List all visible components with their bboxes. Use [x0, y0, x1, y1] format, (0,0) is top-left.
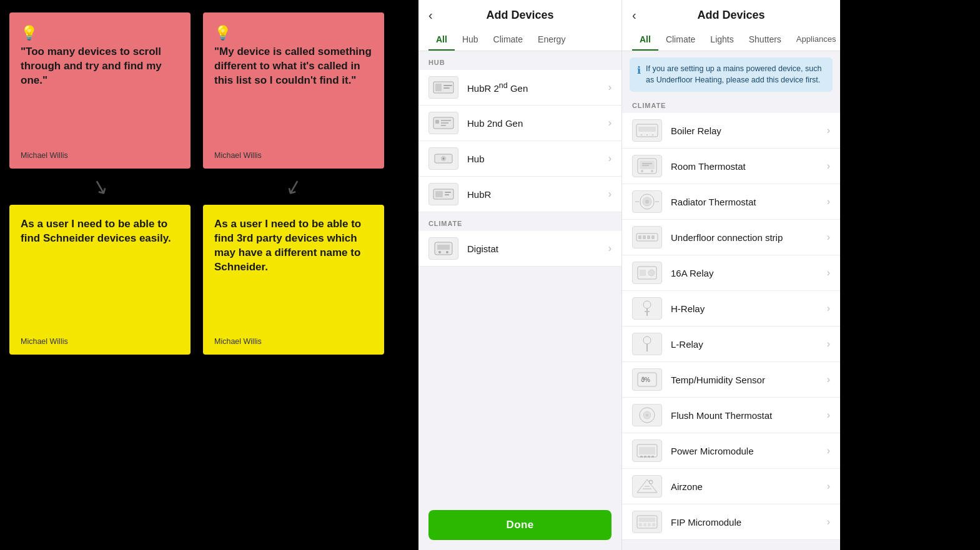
- svg-point-53: [646, 414, 648, 416]
- panel-right-header: ‹ Add Devices All Climate Lights Shutter…: [622, 0, 840, 51]
- device-icon-hub2gen: [428, 112, 458, 134]
- tab-all-mid[interactable]: All: [428, 29, 455, 51]
- tab-all-right[interactable]: All: [632, 29, 658, 51]
- sticky-story-2: As a user I need to be able to find 3rd …: [214, 217, 373, 275]
- device-row-boiler-relay[interactable]: Boiler Relay ›: [622, 113, 840, 149]
- device-name-room-thermostat: Room Thermostat: [671, 161, 818, 172]
- tab-appliances-right[interactable]: Appliances: [789, 29, 844, 51]
- panel-right-back-button[interactable]: ‹: [632, 8, 636, 22]
- svg-rect-3: [443, 87, 450, 89]
- svg-rect-40: [651, 235, 655, 239]
- panel-mid-body: HUB HubR 2nd Gen ›: [418, 51, 621, 500]
- svg-rect-42: [640, 270, 646, 276]
- add-devices-panel-mid: ‹ Add Devices All Hub Climate Energy HUB…: [418, 0, 621, 550]
- sticky-note-pink-1: 💡 "Too many devices to scroll through an…: [9, 12, 191, 169]
- device-row-16a-relay[interactable]: 16A Relay ›: [622, 255, 840, 291]
- svg-rect-26: [640, 160, 655, 169]
- tab-shutters-right[interactable]: Shutters: [741, 29, 789, 51]
- tab-climate-right[interactable]: Climate: [658, 29, 703, 51]
- chevron-h-relay: ›: [827, 303, 830, 314]
- chevron-16a-relay: ›: [827, 267, 830, 278]
- panel-right-title: Add Devices: [697, 9, 765, 22]
- svg-rect-55: [639, 447, 655, 454]
- sticky-note-pink-2: 💡 "My device is called something differe…: [203, 12, 384, 169]
- svg-text:ϑ%: ϑ%: [641, 376, 650, 383]
- device-name-radiator-thermostat: Radiator Thermostat: [671, 197, 818, 207]
- chevron-room-thermostat: ›: [827, 160, 830, 172]
- svg-point-18: [438, 251, 441, 253]
- device-row-temp-humidity[interactable]: ϑ% Temp/Humidity Sensor ›: [622, 362, 840, 398]
- tab-hub-mid[interactable]: Hub: [455, 29, 486, 51]
- sticky-note-yellow-1: As a user I need to be able to find Schn…: [9, 205, 191, 355]
- chevron-hub: ›: [608, 153, 611, 164]
- sticky-author-2: Michael Willis: [214, 151, 262, 160]
- svg-rect-14: [445, 192, 451, 193]
- svg-rect-39: [647, 235, 650, 239]
- device-name-fip-micro: FIP Micromodule: [671, 517, 818, 528]
- device-row-flush-mount[interactable]: Flush Mount Thermostat ›: [622, 398, 840, 433]
- svg-rect-68: [643, 523, 646, 526]
- svg-rect-69: [648, 523, 651, 526]
- device-row-room-thermostat[interactable]: Room Thermostat ›: [622, 149, 840, 184]
- device-row-hubr[interactable]: HubR ›: [418, 177, 621, 212]
- section-label-climate-mid: CLIMATE: [418, 212, 621, 231]
- chevron-power-micro: ›: [827, 445, 830, 456]
- device-name-power-micro: Power Micromodule: [671, 446, 818, 456]
- sticky-col-2: 💡 "My device is called something differe…: [203, 12, 384, 538]
- svg-point-27: [641, 170, 643, 172]
- tab-energy-mid[interactable]: Energy: [530, 29, 573, 51]
- panel-mid-header-row: ‹ Add Devices: [428, 9, 611, 22]
- device-name-hubr: HubR: [467, 189, 600, 200]
- device-icon-underfloor: [632, 226, 662, 248]
- device-name-hub2gen: Hub 2nd Gen: [467, 118, 600, 129]
- device-row-underfloor[interactable]: Underfloor connection strip ›: [622, 220, 840, 255]
- device-row-digistat[interactable]: Digistat ›: [418, 231, 621, 267]
- device-row-hub2gen[interactable]: Hub 2nd Gen ›: [418, 106, 621, 141]
- sticky-quote-2: "My device is called something different…: [214, 45, 373, 88]
- device-row-hub[interactable]: Hub ›: [418, 141, 621, 177]
- sticky-author-1b: Michael Willis: [21, 337, 68, 346]
- svg-rect-21: [638, 127, 656, 132]
- svg-rect-57: [644, 456, 646, 458]
- device-icon-h-relay: [632, 297, 662, 320]
- svg-rect-56: [640, 456, 643, 458]
- chevron-l-relay: ›: [827, 338, 830, 350]
- device-icon-fip-micro: [632, 511, 662, 533]
- svg-point-11: [443, 158, 445, 160]
- chevron-airzone: ›: [827, 481, 830, 492]
- panel-mid-tabs: All Hub Climate Energy: [428, 29, 611, 51]
- device-name-flush-mount: Flush Mount Thermostat: [671, 410, 818, 421]
- svg-rect-66: [639, 518, 655, 522]
- svg-point-33: [645, 200, 649, 204]
- panel-right-tabs: All Climate Lights Shutters Appliances: [632, 29, 830, 51]
- device-row-radiator-thermostat[interactable]: Radiator Thermostat ›: [622, 184, 840, 220]
- device-row-h-relay[interactable]: H-Relay ›: [622, 291, 840, 327]
- device-row-hubr2[interactable]: HubR 2nd Gen ›: [418, 70, 621, 106]
- svg-rect-5: [435, 120, 439, 124]
- sticky-note-yellow-2: As a user I need to be able to find 3rd …: [203, 205, 384, 355]
- svg-rect-37: [638, 235, 641, 239]
- device-icon-hubr2: [428, 76, 458, 99]
- panel-right-body: ℹ If you are setting up a mains powered …: [622, 51, 840, 550]
- svg-point-28: [651, 170, 653, 172]
- section-label-hub: HUB: [418, 51, 621, 70]
- device-row-fip-micro[interactable]: FIP Micromodule ›: [622, 504, 840, 540]
- chevron-fip-micro: ›: [827, 516, 830, 528]
- device-row-power-micro[interactable]: Power Micromodule ›: [622, 433, 840, 469]
- panel-mid-back-button[interactable]: ‹: [428, 8, 433, 22]
- done-button[interactable]: Done: [428, 510, 611, 540]
- tab-lights-right[interactable]: Lights: [703, 29, 741, 51]
- svg-point-43: [648, 270, 655, 276]
- svg-rect-59: [651, 456, 654, 458]
- device-icon-radiator-thermostat: [632, 190, 662, 213]
- chevron-hubr: ›: [608, 189, 611, 200]
- arrow-down-1: ↙: [89, 173, 111, 200]
- chevron-boiler-relay: ›: [827, 125, 830, 136]
- device-row-airzone[interactable]: Airzone ›: [622, 469, 840, 504]
- device-name-boiler-relay: Boiler Relay: [671, 125, 818, 136]
- device-row-l-relay[interactable]: L-Relay ›: [622, 327, 840, 362]
- device-name-hub: Hub: [467, 154, 600, 164]
- device-name-l-relay: L-Relay: [671, 339, 818, 350]
- tab-climate-mid[interactable]: Climate: [486, 29, 530, 51]
- device-name-digistat: Digistat: [467, 243, 600, 254]
